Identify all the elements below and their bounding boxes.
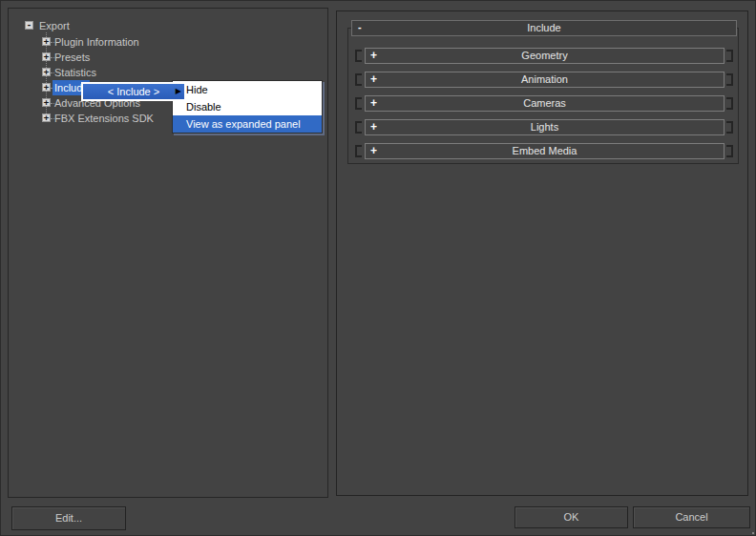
include-panel-title: Include (527, 22, 560, 33)
tree-item-label[interactable]: Export (37, 18, 72, 33)
fbx-export-dialog: { "colors": { "selection_highlight": "#3… (0, 0, 756, 536)
ok-button[interactable]: OK (514, 506, 628, 528)
rollout-bar-lights[interactable]: + Lights (365, 119, 724, 135)
bracket-left-decoration (355, 121, 362, 134)
menu-header-label: < Include > (108, 86, 159, 97)
rollout-bar-animation[interactable]: + Animation (365, 72, 724, 88)
include-context-menu: < Include > ▶ (81, 82, 186, 101)
expand-icon[interactable]: + (370, 73, 377, 86)
menu-item-disable[interactable]: Disable (173, 98, 322, 115)
edit-button[interactable]: Edit... (11, 506, 126, 530)
bracket-right-decoration (726, 121, 733, 134)
expand-icon[interactable]: + (42, 98, 51, 107)
menu-item-include-header[interactable]: < Include > ▶ (83, 84, 184, 99)
menu-item-view-as-expanded-panel[interactable]: View as expanded panel (173, 115, 322, 133)
include-context-submenu: Hide Disable View as expanded panel (172, 80, 323, 134)
tree-item-presets[interactable]: + Presets (9, 50, 327, 65)
rollout-bar-geometry[interactable]: + Geometry (365, 48, 724, 64)
include-panel-header[interactable]: - Include (351, 20, 737, 36)
include-settings-panel: - Include + Geometry + Animation + Camer… (336, 10, 748, 496)
rollout-label: Lights (531, 121, 558, 133)
submenu-arrow-icon: ▶ (176, 84, 181, 99)
rollout-label: Cameras (523, 97, 566, 109)
bracket-right-decoration (726, 145, 733, 157)
rollout-bar-embed-media[interactable]: + Embed Media (365, 143, 724, 159)
expand-icon[interactable]: + (370, 50, 377, 62)
bracket-right-decoration (726, 50, 733, 62)
collapse-icon[interactable]: - (358, 21, 362, 33)
expand-icon[interactable]: + (370, 97, 377, 110)
bracket-left-decoration (355, 97, 362, 110)
tree-item-export[interactable]: - Export (9, 18, 327, 33)
tree-item-label[interactable]: Statistics (52, 65, 98, 80)
resize-grip-icon[interactable] (752, 532, 754, 534)
expand-icon[interactable]: + (370, 145, 377, 157)
bracket-left-decoration (355, 73, 362, 86)
expand-icon[interactable]: + (370, 121, 377, 134)
tree-item-label[interactable]: Presets (52, 50, 92, 65)
expand-icon[interactable]: + (42, 113, 51, 122)
expand-icon[interactable]: + (42, 83, 51, 92)
collapse-icon[interactable]: - (25, 21, 33, 30)
bracket-right-decoration (726, 97, 733, 110)
tree-item-plugin-information[interactable]: + Plugin Information (9, 34, 327, 50)
rollout-label: Animation (521, 73, 568, 85)
tree-item-statistics[interactable]: + Statistics (9, 65, 327, 80)
expand-icon[interactable]: + (42, 68, 51, 76)
rollout-label: Embed Media (513, 145, 578, 156)
bracket-left-decoration (355, 145, 362, 157)
bracket-left-decoration (355, 50, 362, 62)
rollout-bar-cameras[interactable]: + Cameras (365, 95, 724, 112)
expand-icon[interactable]: + (42, 37, 51, 46)
rollout-label: Geometry (521, 50, 567, 61)
menu-item-hide[interactable]: Hide (173, 81, 322, 98)
cancel-button[interactable]: Cancel (633, 506, 750, 528)
expand-icon[interactable]: + (42, 52, 51, 61)
tree-item-label[interactable]: FBX Extensions SDK (52, 111, 156, 126)
bracket-right-decoration (726, 73, 733, 86)
tree-item-label[interactable]: Plugin Information (52, 34, 141, 50)
